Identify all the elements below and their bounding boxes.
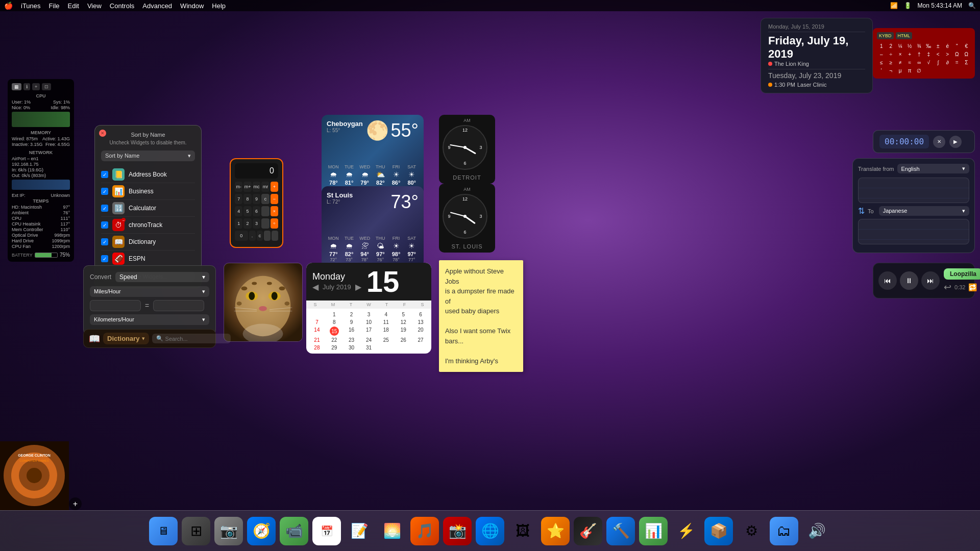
dock-activity[interactable]: ⚡ <box>672 517 700 545</box>
apple-menu[interactable]: 🍎 <box>4 2 13 10</box>
dock-reeder[interactable]: ⭐ <box>541 517 570 545</box>
dock-facetime[interactable]: 📹 <box>280 517 308 545</box>
kb-char[interactable]: ∞ <box>915 59 924 66</box>
dock-finder2[interactable]: 🗂 <box>770 517 798 545</box>
menu-itunes[interactable]: iTunes <box>21 2 41 10</box>
music-next-button[interactable]: ⏭ <box>921 271 940 290</box>
calc-btn-9[interactable]: 9 <box>253 194 260 204</box>
menu-file[interactable]: File <box>49 2 60 10</box>
menu-help[interactable]: Help <box>212 2 226 10</box>
menu-window[interactable]: Window <box>180 2 204 10</box>
music-pause-button[interactable]: ⏸ <box>900 271 918 290</box>
widget-item-chronotrack[interactable]: ✓ ⏱– chronoTrack <box>101 217 195 234</box>
calc-btn-0[interactable]: 0 <box>235 231 248 241</box>
kb-char[interactable]: π <box>905 67 915 74</box>
kb-char[interactable]: 1 <box>877 42 886 50</box>
widget-item-addressbook[interactable]: ✓ 📒 Address Book <box>101 166 195 183</box>
kb-char[interactable]: ± <box>934 42 943 50</box>
calc-btn-5[interactable]: 5 <box>243 206 251 216</box>
calc-btn-mc[interactable]: mc <box>253 182 260 192</box>
kb-char[interactable]: Σ <box>962 59 971 66</box>
dock-dropbox[interactable]: 📦 <box>704 517 733 545</box>
calc-btn-8[interactable]: 8 <box>243 194 251 204</box>
widget-checkbox-business[interactable]: ✓ <box>101 188 108 195</box>
kb-char[interactable]: = <box>952 59 962 66</box>
calc-btn-clear[interactable]: c <box>261 194 269 204</box>
dock-xcode[interactable]: 🔨 <box>606 517 635 545</box>
dock-preview2[interactable]: 🖼 <box>508 517 537 545</box>
kb-char[interactable]: < <box>934 51 943 58</box>
timer-close-button[interactable]: ✕ <box>933 136 945 148</box>
sysmon-tab-info[interactable]: ℹ <box>23 83 30 90</box>
calc-btn-divide[interactable]: ÷ <box>271 218 278 229</box>
kb-char[interactable]: ¾ <box>915 42 924 50</box>
kb-char[interactable]: + <box>905 51 915 58</box>
sticky-note-widget[interactable]: Apple without Steve Jobs is a dumpster f… <box>439 260 523 372</box>
converter-to-input[interactable] <box>153 300 204 311</box>
dock-finder[interactable]: 🖥 <box>149 517 178 545</box>
kb-char[interactable]: ∅ <box>915 67 924 74</box>
kb-char[interactable]: Ω <box>962 51 971 58</box>
calc-btn-3[interactable]: 3 <box>253 218 260 229</box>
keyboard-grid[interactable]: 1 2 ¼ ½ ¾ ‰ ± é " € – ÷ × + † ‡ < > Ω Ω … <box>877 42 971 74</box>
kb-char[interactable]: " <box>952 42 962 50</box>
calc-btn-mr[interactable]: mr <box>261 182 269 192</box>
dock-preferences[interactable]: ⚙ <box>737 517 766 545</box>
kb-char[interactable]: ≈ <box>905 59 915 66</box>
calc-btn-4[interactable]: 4 <box>235 206 242 216</box>
dictionary-search-input[interactable] <box>165 336 227 342</box>
kb-char[interactable]: ≤ <box>877 59 886 66</box>
kb-char[interactable]: ' <box>877 67 886 74</box>
converter-type-select[interactable]: Speed ▾ <box>115 272 209 282</box>
dock-preview[interactable]: 📷 <box>214 517 243 545</box>
menu-edit[interactable]: Edit <box>68 2 79 10</box>
dock-photobooth[interactable]: 📸 <box>443 517 472 545</box>
kb-char[interactable]: ≥ <box>887 59 896 66</box>
widget-item-dictionary[interactable]: ✓ 📖 Dictionary <box>101 234 195 251</box>
dock-garageband[interactable]: 🎸 <box>574 517 602 545</box>
calc-btn-dot[interactable]: . <box>249 231 256 241</box>
menu-advanced[interactable]: Advanced <box>142 2 172 10</box>
kb-char[interactable]: × <box>896 51 905 58</box>
widgets-manager-close[interactable]: ✕ <box>99 130 106 137</box>
kb-char[interactable]: ≠ <box>896 59 905 66</box>
widgets-manager-sort-dropdown[interactable]: Sort by Name ▾ <box>101 151 195 161</box>
widget-checkbox-dictionary[interactable]: ✓ <box>101 238 108 245</box>
calc-btn-2[interactable]: 2 <box>243 218 251 229</box>
kb-char[interactable]: ¼ <box>896 42 905 50</box>
music-repeat-icon[interactable]: 🔁 <box>968 283 977 291</box>
widget-checkbox-addressbook[interactable]: ✓ <box>101 171 108 178</box>
kb-char[interactable]: √ <box>924 59 934 66</box>
kb-char[interactable]: é <box>943 42 952 50</box>
kb-char[interactable]: ¬ <box>887 67 896 74</box>
calc-btn-plus[interactable]: + <box>271 182 278 192</box>
widget-item-calculator[interactable]: ✓ 🔢 Calculator <box>101 200 195 217</box>
menu-view[interactable]: View <box>87 2 102 10</box>
menu-controls[interactable]: Controls <box>110 2 134 10</box>
calc-btn-c2[interactable]: c <box>257 231 263 241</box>
calc-btn-mminus[interactable]: m- <box>235 182 242 192</box>
spotlight-icon[interactable]: 🔍 <box>968 2 976 9</box>
widget-checkbox-chronotrack[interactable]: ✓ <box>101 221 108 229</box>
calc-btn-6[interactable]: 6 <box>253 206 260 216</box>
dock-calendar[interactable]: 📅 <box>312 517 341 545</box>
converter-to-unit[interactable]: Kilometers/Hour ▾ <box>90 314 209 325</box>
kb-char[interactable]: † <box>915 51 924 58</box>
calendar-today-cell[interactable]: 15 <box>330 327 339 336</box>
dock-textedit[interactable]: 📝 <box>345 517 374 545</box>
kb-char[interactable]: ∫ <box>934 59 943 66</box>
cal-prev-month[interactable]: ◀ <box>312 282 318 292</box>
translate-to-select[interactable]: Japanese ▾ <box>879 206 969 216</box>
converter-from-input[interactable] <box>90 300 141 311</box>
calc-btn-multiply[interactable]: × <box>271 206 278 216</box>
calc-btn-mplus[interactable]: m+ <box>243 182 251 192</box>
dictionary-search-box[interactable]: 🔍 <box>152 334 231 343</box>
translate-input-box[interactable] <box>858 178 969 203</box>
timer-play-button[interactable]: ▶ <box>949 136 962 148</box>
widget-checkbox-calculator[interactable]: ✓ <box>101 205 108 212</box>
sysmon-tab-window[interactable]: ⊡ <box>42 83 51 90</box>
kb-char[interactable]: 2 <box>887 42 896 50</box>
dock-photos[interactable]: 🌅 <box>378 517 406 545</box>
sysmon-tab-plus[interactable]: + <box>32 83 40 90</box>
kb-char[interactable]: μ <box>896 67 905 74</box>
